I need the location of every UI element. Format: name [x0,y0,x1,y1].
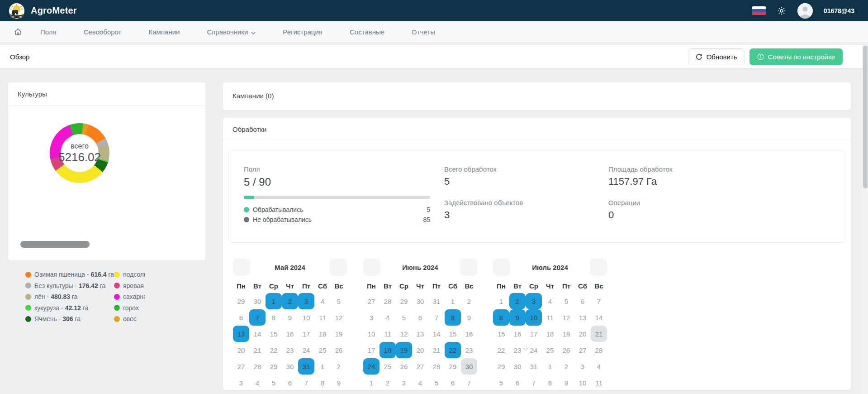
calendar-day[interactable]: 25 [314,342,331,358]
calendar-day[interactable]: 28 [591,342,607,358]
calendar-day[interactable]: 18 [379,342,396,358]
calendar-day[interactable]: 7 [591,293,607,309]
nav-item-6[interactable]: Отчеты [398,28,449,36]
calendar-day[interactable]: 11 [591,375,607,391]
calendar-day[interactable]: 25 [542,342,558,358]
calendar-day[interactable]: 14 [428,326,445,342]
calendar-day[interactable]: 7 [249,309,266,326]
calendar-day[interactable]: 28 [428,358,445,375]
calendar-day[interactable]: 5 [331,293,347,309]
calendar-day[interactable]: 4 [591,358,607,375]
page-scrollbar[interactable] [862,45,868,394]
calendar-prev-button[interactable] [493,259,510,276]
calendar-day[interactable]: 6 [233,309,249,326]
calendar-day[interactable]: 1 [363,375,379,391]
calendar-day[interactable]: 2 [509,293,526,309]
calendar-day[interactable]: 13 [233,326,249,342]
nav-item-3[interactable]: Справочники [193,28,269,36]
calendar-day[interactable]: 1 [493,293,509,309]
calendar-day[interactable]: 29 [445,358,461,375]
calendar-day[interactable]: 28 [379,293,396,309]
calendar-day[interactable]: 12 [396,326,412,342]
calendar-day[interactable]: 26 [396,358,412,375]
calendar-day[interactable]: 2 [331,358,347,375]
calendar-day[interactable]: 11 [542,309,558,326]
calendar-day[interactable]: 21 [428,342,445,358]
agrometer-logo-icon[interactable] [8,2,25,19]
nav-item-5[interactable]: Составные [336,28,398,36]
calendar-day[interactable]: 3 [363,309,379,326]
calendar-day[interactable]: 30 [412,293,428,309]
calendar-day[interactable]: 28 [249,358,266,375]
calendar-day[interactable]: 21 [591,326,607,342]
calendar-day[interactable]: 15 [266,326,282,342]
calendar-day[interactable]: 23 [282,342,298,358]
calendar-day[interactable]: 30 [249,293,266,309]
calendar-day[interactable]: 9 [558,375,574,391]
calendar-day[interactable]: 6 [282,375,298,391]
calendar-prev-button[interactable] [233,259,250,276]
calendar-day[interactable]: 9 [461,309,477,326]
calendar-day[interactable]: 17 [526,326,542,342]
page-scrollbar-thumb[interactable] [863,46,868,188]
calendar-day[interactable]: 29 [266,358,282,375]
language-flag-icon[interactable] [752,6,766,15]
calendar-day[interactable]: 15 [445,326,461,342]
calendar-day[interactable]: 27 [412,358,428,375]
settings-gear-icon[interactable] [777,6,787,16]
calendar-day[interactable]: 17 [363,342,379,358]
calendar-day[interactable]: 8 [493,309,509,326]
calendar-day[interactable]: 26 [331,342,347,358]
calendar-day[interactable]: 27 [574,342,591,358]
calendar-day[interactable]: 11 [314,309,331,326]
calendar-day[interactable]: 29 [233,293,249,309]
calendar-day[interactable]: 4 [249,375,266,391]
calendar-day[interactable]: 5 [396,309,412,326]
calendar-day[interactable]: 18 [314,326,331,342]
calendar-day[interactable]: 2 [558,358,574,375]
calendar-day[interactable]: 5 [266,375,282,391]
calendar-day[interactable]: 27 [363,293,379,309]
calendar-day[interactable]: 8 [445,309,461,326]
calendar-day[interactable]: 8 [266,309,282,326]
calendar-day[interactable]: 3 [574,358,591,375]
calendar-day[interactable]: 22 [445,342,461,358]
calendar-day[interactable]: 5 [493,375,509,391]
calendar-next-button[interactable] [330,259,347,276]
calendar-day[interactable]: 19 [331,326,347,342]
calendar-day[interactable]: 24 [363,358,379,375]
calendar-day[interactable]: 31 [526,358,542,375]
calendar-day[interactable]: 4 [542,293,558,309]
calendar-day[interactable]: 6 [509,375,526,391]
calendar-day[interactable]: 2 [282,293,298,309]
calendar-day[interactable]: 14 [591,309,607,326]
calendar-day[interactable]: 7 [428,309,445,326]
calendar-day[interactable]: 4 [314,293,331,309]
calendar-day[interactable]: 29 [493,358,509,375]
calendar-day[interactable]: 21 [249,342,266,358]
calendar-day[interactable]: 9 [282,309,298,326]
calendar-day[interactable]: 8 [542,375,558,391]
calendar-prev-button[interactable] [363,259,380,276]
calendar-day[interactable]: 31 [298,358,314,375]
calendar-day[interactable]: 5 [428,375,445,391]
calendar-day[interactable]: 1 [445,293,461,309]
calendar-day[interactable]: 3 [396,375,412,391]
calendar-day[interactable]: 1 [314,358,331,375]
calendar-next-button[interactable] [590,259,607,276]
calendar-day[interactable]: 7 [526,375,542,391]
refresh-button[interactable]: Обновить [688,48,745,65]
calendar-day[interactable]: 10 [574,375,591,391]
calendar-day[interactable]: 12 [331,309,347,326]
nav-item-1[interactable]: Севооборот [70,28,135,36]
calendar-day[interactable]: 27 [233,358,249,375]
calendar-day[interactable]: 4 [379,309,396,326]
calendar-day[interactable]: 16 [509,326,526,342]
calendar-day[interactable]: 19 [396,342,412,358]
nav-item-2[interactable]: Кампании [135,28,194,36]
calendar-day[interactable]: 16 [282,326,298,342]
calendar-day[interactable]: 25 [379,358,396,375]
calendar-day[interactable]: 2 [461,293,477,309]
calendar-day[interactable]: 6 [574,293,591,309]
calendar-day[interactable]: 18 [542,326,558,342]
